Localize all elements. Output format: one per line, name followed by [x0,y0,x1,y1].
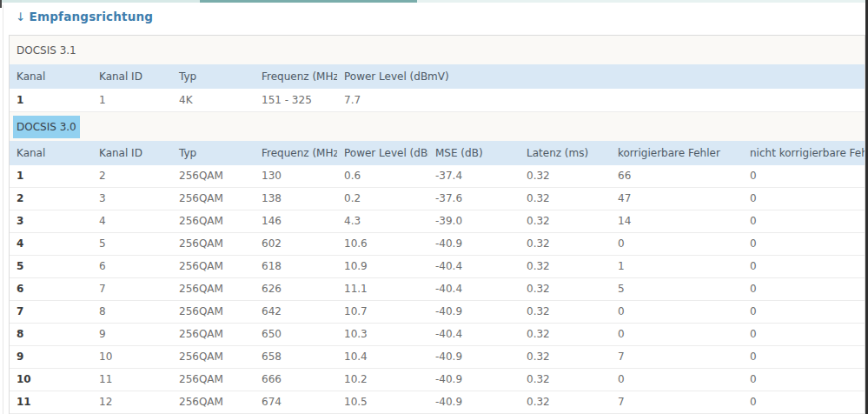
table-cell: -40.9 [428,301,520,324]
column-header: Kanal ID [92,64,172,89]
table-cell: -40.9 [428,391,520,414]
table-cell: -40.9 [428,233,520,256]
table-cell: -40.9 [428,346,520,369]
table-cell: 0.32 [520,278,611,301]
table-cell: 10.2 [337,369,428,391]
collapse-arrow-icon: ↓ [16,10,26,23]
table-cell: 4.3 [337,210,428,233]
docsis30-caption: DOCSIS 3.0 [10,112,865,141]
table-cell: 0 [611,233,743,256]
table-cell: 10.5 [337,391,428,414]
table-cell: 0.32 [520,233,611,256]
table-cell: 0 [743,278,865,301]
table-cell: 8 [92,301,172,324]
table-cell: 618 [255,256,337,278]
table-row: 23256QAM1380.2-37.60.32470 [10,188,865,210]
table-cell: 256QAM [172,369,255,391]
table-cell: 1 [10,165,92,188]
docsis30-table: KanalKanal IDTypFrequenz (MHz)Power Leve… [10,141,865,414]
table-cell: -40.9 [428,369,520,391]
table-row: 56256QAM61810.9-40.40.3210 [10,256,865,278]
section-toggle-empfangsrichtung[interactable]: ↓Empfangsrichtung [16,10,153,23]
docsis30-caption-label: DOCSIS 3.0 [13,116,80,138]
table-cell: 47 [611,188,743,210]
table-cell: 0 [611,369,743,391]
table-row: 78256QAM64210.7-40.90.3200 [10,301,865,324]
column-header: MSE (dB) [428,141,520,165]
table-row: 1011256QAM66610.2-40.90.3200 [10,369,865,391]
table-cell: 11 [92,369,172,391]
docsis31-caption-label: DOCSIS 3.1 [17,44,76,57]
table-cell: 2 [10,188,92,210]
table-cell: 0.32 [520,369,611,391]
table-cell: 10.4 [337,346,428,369]
docsis31-caption: DOCSIS 3.1 [10,36,865,64]
table-cell: 5 [611,278,743,301]
table-cell: 0 [743,256,865,278]
table-cell: 12 [92,391,172,414]
column-header: Kanal [10,141,92,165]
table-cell: 11.1 [337,278,428,301]
table-cell: 256QAM [172,188,255,210]
table-cell: 3 [10,210,92,233]
table-cell: 0 [743,301,865,324]
table-cell: 0.32 [520,301,611,324]
table-row: 89256QAM65010.3-40.40.3200 [10,324,865,346]
table-cell: 10.6 [337,233,428,256]
table-cell: 66 [611,165,743,188]
top-tabbar-active-segment [200,0,417,3]
table-cell: 626 [255,278,337,301]
section-title-label: Empfangsrichtung [30,10,154,23]
table-cell: 8 [10,324,92,346]
table-cell: 658 [255,346,337,369]
table-cell: 0 [743,233,865,256]
column-header: Kanal ID [92,141,172,165]
top-tabbar-edge [0,0,868,3]
table-cell: 0.32 [520,188,611,210]
table-cell: 256QAM [172,278,255,301]
table-cell: 0.32 [520,346,611,369]
table-cell: 2 [92,165,172,188]
table-cell: 1 [611,256,743,278]
table-cell: 256QAM [172,256,255,278]
table-cell: -40.4 [428,324,520,346]
table-header-row: KanalKanal IDTypFrequenz (MHz)Power Leve… [10,141,865,165]
top-tabbar-light-segment [417,0,868,3]
table-cell: 14 [611,210,743,233]
table-cell: 10 [92,346,172,369]
table-cell: 9 [10,346,92,369]
column-header: Kanal [10,64,92,89]
table-header-row: KanalKanal IDTypFrequenz (MHz)Power Leve… [10,64,865,89]
table-cell: 642 [255,301,337,324]
docsis31-table: KanalKanal IDTypFrequenz (MHz)Power Leve… [10,64,865,112]
top-left-notch [0,0,2,8]
table-cell: 1 [10,89,92,112]
table-cell: -37.6 [428,188,520,210]
table-cell: 674 [255,391,337,414]
table-cell: 0 [743,210,865,233]
column-header: Latenz (ms) [520,141,611,165]
column-header: Typ [172,141,255,165]
table-row: 1112256QAM67410.5-40.90.3270 [10,391,865,414]
panel-left-divider [3,5,3,414]
table-cell: 130 [255,165,337,188]
table-cell: 6 [92,256,172,278]
table-cell: 256QAM [172,165,255,188]
table-cell: 602 [255,233,337,256]
table-cell: 0.32 [520,324,611,346]
table-cell: 10.3 [337,324,428,346]
table-cell: 5 [10,256,92,278]
table-cell: -39.0 [428,210,520,233]
table-row: 114K151 - 3257.7 [10,89,865,112]
table-cell: 10 [10,369,92,391]
table-cell: 256QAM [172,210,255,233]
column-header: Power Level (dBmV) [337,64,865,89]
column-header: korrigierbare Fehler [611,141,743,165]
table-cell: 151 - 325 [255,89,337,112]
table-row: 45256QAM60210.6-40.90.3200 [10,233,865,256]
table-cell: 3 [92,188,172,210]
table-cell: 0 [743,346,865,369]
table-row: 67256QAM62611.1-40.40.3250 [10,278,865,301]
table-cell: 0 [743,391,865,414]
table-cell: 0 [743,188,865,210]
